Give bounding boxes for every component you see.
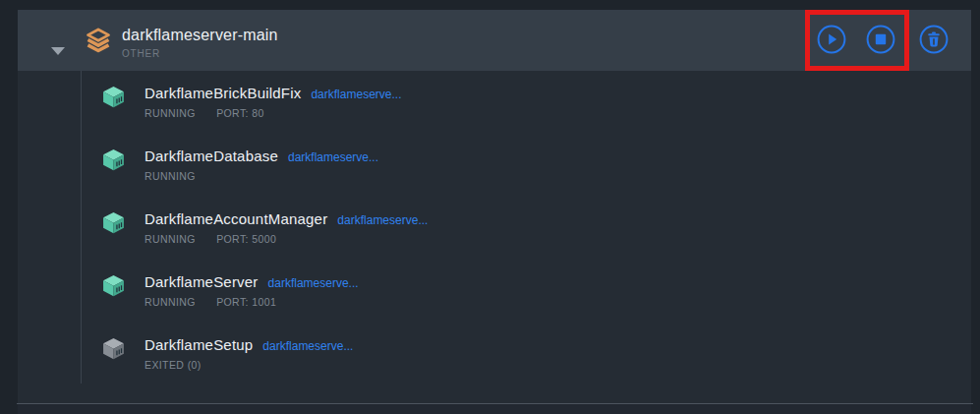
container-status: RUNNING (144, 296, 196, 308)
image-link[interactable]: darkflameserve... (288, 150, 378, 164)
container-name: DarkflameBrickBuildFix (144, 84, 301, 102)
play-icon (817, 25, 846, 54)
container-row-text: DarkflameDatabase darkflameserve... RUNN… (144, 147, 378, 182)
container-status: RUNNING (144, 233, 196, 245)
container-icon (101, 211, 126, 234)
start-button[interactable] (817, 25, 846, 54)
image-link[interactable]: darkflameserve... (262, 339, 353, 353)
container-row[interactable]: DarkflameAccountManager darkflameserve..… (18, 209, 971, 272)
container-icon (101, 148, 126, 171)
container-row[interactable]: DarkflameDatabase darkflameserve... RUNN… (18, 147, 971, 209)
container-port: PORT: 5000 (216, 233, 276, 245)
group-titles: darkflameserver-main OTHER (122, 26, 278, 60)
container-status: EXITED (0) (144, 359, 202, 371)
container-group-panel: darkflameserver-main OTHER (0, 0, 980, 414)
group-title: darkflameserver-main (122, 26, 278, 45)
group-header[interactable]: darkflameserver-main OTHER (18, 10, 971, 71)
bottom-strip (18, 404, 971, 414)
container-name: DarkflameDatabase (144, 147, 278, 165)
image-link[interactable]: darkflameserve... (268, 276, 359, 290)
image-link[interactable]: darkflameserve... (337, 213, 428, 227)
group-type-label: OTHER (122, 48, 278, 60)
container-row[interactable]: DarkflameServer darkflameserve... RUNNIN… (18, 272, 971, 335)
container-status: RUNNING (144, 170, 196, 182)
container-name: DarkflameAccountManager (144, 209, 327, 228)
container-row-text: DarkflameServer darkflameserve... RUNNIN… (144, 272, 359, 308)
trash-icon (919, 25, 949, 54)
container-port: PORT: 1001 (216, 296, 276, 308)
container-row[interactable]: DarkflameSetup darkflameserve... EXITED … (18, 335, 971, 398)
container-status: RUNNING (144, 107, 196, 119)
container-name: DarkflameServer (144, 272, 259, 291)
stop-icon (866, 25, 895, 54)
container-port: PORT: 80 (216, 107, 264, 119)
image-link[interactable]: darkflameserve... (311, 88, 401, 101)
container-row-text: DarkflameAccountManager darkflameserve..… (144, 209, 428, 245)
container-icon (101, 337, 126, 360)
stop-button[interactable] (866, 25, 895, 54)
container-name: DarkflameSetup (144, 335, 253, 354)
delete-button[interactable] (919, 25, 949, 54)
container-icon (101, 274, 126, 297)
container-list: DarkflameBrickBuildFix darkflameserve...… (18, 71, 971, 398)
container-row-text: DarkflameSetup darkflameserve... EXITED … (144, 335, 353, 371)
stack-icon (85, 27, 112, 54)
container-row-text: DarkflameBrickBuildFix darkflameserve...… (144, 84, 401, 119)
chevron-down-icon[interactable] (51, 47, 65, 55)
container-row[interactable]: DarkflameBrickBuildFix darkflameserve...… (18, 84, 971, 147)
container-icon (101, 86, 126, 108)
group-body: DarkflameBrickBuildFix darkflameserve...… (18, 71, 971, 403)
